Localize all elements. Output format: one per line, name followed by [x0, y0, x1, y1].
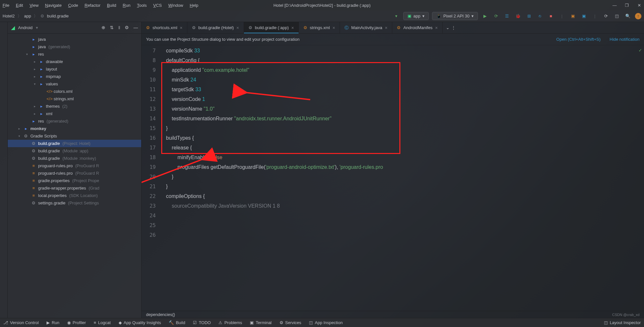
tree-item[interactable]: ≡local.properties(SDK Location) — [8, 192, 141, 199]
breadcrumb-root[interactable]: Hotel2 — [3, 14, 15, 18]
tree-item[interactable]: ▸▸themes(2) — [8, 103, 141, 110]
tree-item[interactable]: </>colors.xml — [8, 88, 141, 95]
sidebar-view-label[interactable]: Android — [18, 25, 33, 30]
tree-item[interactable]: ≡proguard-rules.pro(ProGuard R — [8, 169, 141, 177]
sort-icon[interactable]: ⇅ — [110, 25, 114, 30]
code-content[interactable]: compileSdk 33 defaultConfig { applicatio… — [160, 45, 636, 311]
menu-run[interactable]: Run — [123, 3, 131, 8]
maximize-icon[interactable]: ❐ — [625, 3, 629, 7]
editor-tab[interactable]: ⒸMainActivity.java× — [340, 22, 392, 33]
menu-navigate[interactable]: Navigate — [45, 3, 61, 8]
breadcrumb-file[interactable]: build.gradle — [47, 14, 69, 18]
close-tab-icon[interactable]: × — [237, 25, 239, 30]
project-tree[interactable]: ▸java▸java(generated)▾▸res▸▸drawable▸▸la… — [8, 34, 141, 318]
breadcrumb[interactable]: Hotel2 〉 app 〉 ⚙ build.gradle — [3, 13, 69, 19]
editor-tab[interactable]: ⚙AndroidManifes× — [392, 22, 443, 33]
sdk-icon[interactable]: ▣ — [580, 12, 588, 20]
tree-item[interactable]: ≡gradle.properties(Project Prope — [8, 177, 141, 184]
tree-item[interactable]: ▾⚙Gradle Scripts — [8, 132, 141, 140]
code-breadcrumb[interactable]: dependencies{} — [142, 311, 644, 318]
menu-window[interactable]: Window — [168, 3, 183, 8]
tree-item[interactable]: ▸▸xml — [8, 110, 141, 117]
editor-tab[interactable]: ⚙strings.xml× — [299, 22, 340, 33]
attach-icon[interactable]: ⎋ — [536, 12, 544, 20]
bottom-problems[interactable]: ⚠Problems — [218, 320, 242, 325]
stop-icon[interactable]: ■ — [547, 12, 555, 20]
close-tab-icon[interactable]: × — [435, 25, 438, 30]
tree-item[interactable]: ▸res(generated) — [8, 117, 141, 125]
editor-tab[interactable]: ⚙build.gradle (Hotel)× — [187, 22, 244, 33]
tree-item[interactable]: ⚙settings.gradle(Project Settings — [8, 199, 141, 207]
menu-refactor[interactable]: Refactor — [85, 3, 100, 8]
menu-file[interactable]: File — [3, 3, 9, 8]
menu-build[interactable]: Build — [107, 3, 116, 8]
tree-item[interactable]: ≡gradle-wrapper.properties(Grad — [8, 184, 141, 192]
bottom-profiler[interactable]: ◉Profiler — [67, 320, 86, 325]
sync-icon[interactable]: ⟳ — [602, 12, 610, 20]
editor-tab[interactable]: ⚙build.gradle (:app)× — [244, 22, 299, 33]
menu-vcs[interactable]: VCS — [153, 3, 162, 8]
chevron-down-icon[interactable]: ▾ — [36, 25, 38, 30]
minimize-icon[interactable]: — — [612, 3, 617, 7]
hide-notification-link[interactable]: Hide notification — [610, 37, 640, 42]
structure-icon[interactable]: ◫ — [613, 12, 621, 20]
bottom-app-inspection[interactable]: ◫App Inspection — [309, 320, 343, 325]
target-icon[interactable]: ⊕ — [101, 25, 105, 30]
tree-item[interactable]: ⚙build.gradle(Module :monkey) — [8, 155, 141, 162]
filter-icon[interactable]: ⫴ — [118, 25, 120, 30]
bottom-logcat[interactable]: ≡Logcat — [94, 320, 111, 325]
editor-tab[interactable]: ⚙shortcuts.xml× — [142, 22, 187, 33]
tree-item[interactable]: ▾▸values — [8, 80, 141, 88]
run-config-selector[interactable]: ▣ app ▾ — [403, 12, 429, 20]
tree-item[interactable]: ▸java — [8, 36, 141, 43]
apply-changes-icon[interactable]: ⟳ — [492, 12, 500, 20]
bottom-terminal[interactable]: ▣Terminal — [250, 320, 271, 325]
menu-view[interactable]: View — [29, 3, 38, 8]
tree-item[interactable]: ▸▸monkey — [8, 125, 141, 132]
bottom-app-quality-insights[interactable]: ◆App Quality Insights — [119, 320, 161, 325]
profiler-icon[interactable]: ⊞ — [525, 12, 533, 20]
tree-item[interactable]: </>strings.xml — [8, 95, 141, 103]
props-icon: ≡ — [31, 178, 36, 183]
debug-icon[interactable]: ☰ — [503, 12, 511, 20]
bottom-build[interactable]: 🔨Build — [169, 320, 185, 325]
collapse-icon[interactable]: — — [133, 25, 138, 30]
tree-item[interactable]: ⚙build.gradle(Project: Hotel) — [8, 140, 141, 147]
menu-help[interactable]: Help — [190, 3, 198, 8]
tree-item[interactable]: ▸▸mipmap — [8, 73, 141, 80]
bottom-version-control[interactable]: ⎇Version Control — [3, 320, 39, 325]
avd-icon[interactable]: ▣ — [569, 12, 577, 20]
device-selector[interactable]: 📱 Pixel 2 API 30 ▾ — [432, 12, 478, 20]
close-icon[interactable]: ✕ — [637, 3, 641, 7]
breadcrumb-mid[interactable]: app — [24, 14, 31, 18]
tree-item[interactable]: ▸▸drawable — [8, 58, 141, 65]
gear-icon[interactable]: ⚙ — [125, 25, 129, 30]
close-tab-icon[interactable]: × — [180, 25, 183, 30]
menu-code[interactable]: Code — [68, 3, 78, 8]
inspection-indicator[interactable]: ✓ — [636, 45, 644, 311]
bottom-todo[interactable]: ☑TODO — [193, 320, 211, 325]
hammer-icon[interactable]: ▾ — [392, 12, 400, 20]
coverage-icon[interactable]: 🐞 — [514, 12, 522, 20]
bottom-run[interactable]: ▶Run — [47, 320, 59, 325]
run-icon[interactable]: ▶ — [481, 12, 489, 20]
search-icon[interactable]: 🔍 — [624, 12, 632, 20]
close-tab-icon[interactable]: × — [385, 25, 387, 30]
tree-item[interactable]: ⚙build.gradle(Module :app) — [8, 147, 141, 155]
tree-item[interactable]: ▸▸layout — [8, 65, 141, 73]
folder-icon: ▸ — [23, 126, 28, 131]
tab-overflow[interactable]: ⌄⋮ — [443, 22, 459, 33]
code-editor[interactable]: 7891011121314151617181920212223242526 co… — [142, 45, 644, 311]
bottom-services[interactable]: ⚙Services — [280, 320, 301, 325]
tree-item[interactable]: ≡proguard-rules.pro(ProGuard R — [8, 162, 141, 169]
sync-badge[interactable]: ↑ — [635, 13, 641, 19]
menu-tools[interactable]: Tools — [137, 3, 147, 8]
close-tab-icon[interactable]: × — [333, 25, 335, 30]
bottom-layout-inspector[interactable]: ◫Layout Inspector — [604, 320, 641, 325]
more-icon[interactable]: ⋮ — [451, 25, 456, 30]
open-structure-link[interactable]: Open (Ctrl+Alt+Shift+S) — [556, 37, 601, 42]
tree-item[interactable]: ▸java(generated) — [8, 43, 141, 50]
menu-edit[interactable]: Edit — [16, 3, 23, 8]
tree-item[interactable]: ▾▸res — [8, 50, 141, 58]
close-tab-icon[interactable]: × — [291, 25, 294, 30]
